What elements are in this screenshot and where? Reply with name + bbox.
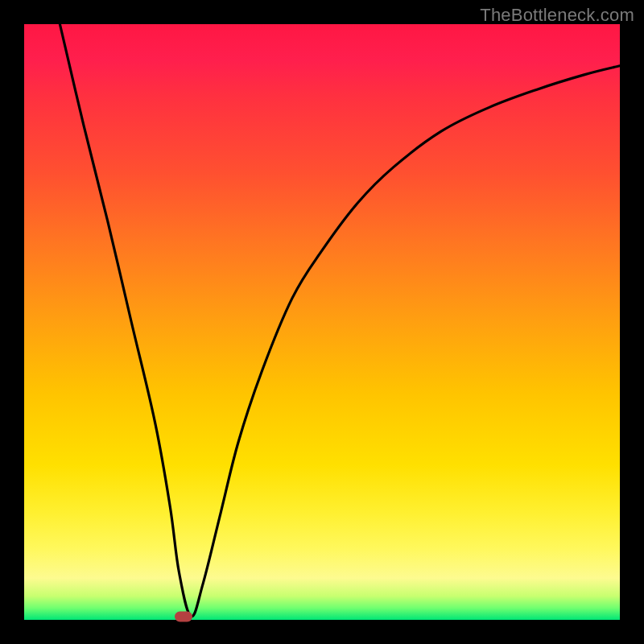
chart-frame: TheBottleneck.com — [0, 0, 644, 644]
curve-path — [60, 24, 620, 617]
curve-svg — [24, 24, 620, 620]
plot-area — [24, 24, 620, 620]
minimum-marker — [175, 611, 192, 621]
watermark-text: TheBottleneck.com — [480, 5, 634, 26]
